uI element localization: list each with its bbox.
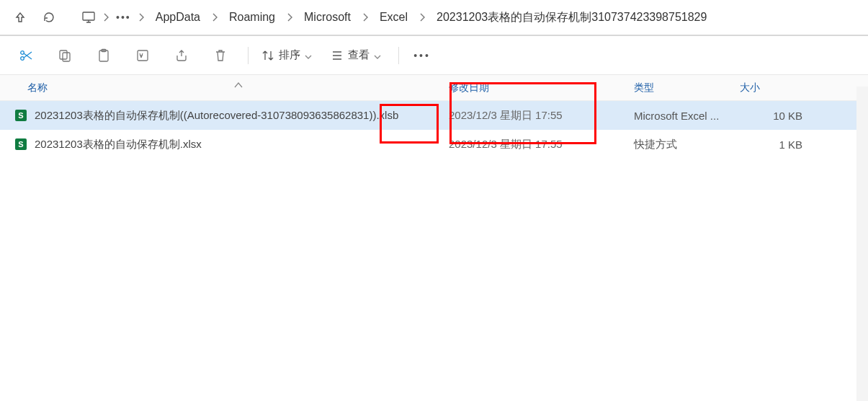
paste-button[interactable] <box>86 41 121 70</box>
sort-dropdown[interactable]: 排序 <box>254 41 323 70</box>
nav-refresh-button[interactable] <box>35 3 63 32</box>
breadcrumb-item[interactable]: 20231203表格的自动保存机制310737423398751829 <box>432 7 711 28</box>
cell-name: S20231203表格的自动保存机制.xlsx <box>0 138 436 151</box>
col-header-size[interactable]: 大小 <box>737 81 820 94</box>
rename-icon <box>135 48 150 63</box>
svg-rect-4 <box>63 53 70 61</box>
svg-rect-0 <box>83 12 94 20</box>
chevron-right-icon[interactable] <box>96 13 116 22</box>
copy-button[interactable] <box>48 41 82 70</box>
separator <box>398 47 399 64</box>
sort-icon <box>261 49 274 62</box>
rename-button[interactable] <box>125 41 160 70</box>
cell-size: 1 KB <box>737 138 820 151</box>
scrollbar[interactable] <box>856 87 868 401</box>
ellipsis-icon[interactable]: ••• <box>116 12 131 23</box>
cell-name: S20231203表格的自动保存机制((Autorecovered-310738… <box>0 109 436 123</box>
breadcrumb-item[interactable]: Roaming <box>225 8 279 27</box>
chevron-right-icon[interactable] <box>205 13 225 22</box>
separator <box>248 47 249 64</box>
pc-icon[interactable] <box>81 10 96 25</box>
column-headers: 名称 修改日期 类型 大小 <box>0 75 868 101</box>
nav-up-button[interactable] <box>6 3 35 32</box>
cell-date: 2023/12/3 星期日 17:55 <box>436 138 630 151</box>
view-label: 查看 <box>348 48 370 62</box>
cell-type: 快捷方式 <box>630 138 737 151</box>
chevron-right-icon[interactable] <box>279 13 300 22</box>
excel-file-icon: S <box>14 138 27 151</box>
chevron-right-icon[interactable] <box>355 13 375 22</box>
scissors-icon <box>19 48 33 63</box>
delete-button[interactable] <box>203 41 238 70</box>
svg-rect-5 <box>99 50 108 61</box>
cell-type: Microsoft Excel ... <box>630 110 737 122</box>
chevron-down-icon <box>305 49 316 61</box>
share-icon <box>174 48 189 63</box>
breadcrumb-item[interactable]: Excel <box>375 8 412 27</box>
svg-text:S: S <box>18 111 23 120</box>
breadcrumb-item[interactable]: Microsoft <box>300 8 355 27</box>
clipboard-icon <box>97 48 111 63</box>
chevron-right-icon[interactable] <box>131 13 151 22</box>
svg-rect-3 <box>60 50 67 59</box>
copy-icon <box>58 48 72 63</box>
cell-date: 2023/12/3 星期日 17:55 <box>436 109 630 123</box>
arrow-up-icon <box>14 12 26 23</box>
table-row[interactable]: S20231203表格的自动保存机制.xlsx2023/12/3 星期日 17:… <box>0 130 868 159</box>
toolbar: 排序 查看 ••• <box>0 36 868 75</box>
col-header-date[interactable]: 修改日期 <box>436 81 630 94</box>
file-name: 20231203表格的自动保存机制((Autorecovered-3107380… <box>35 109 398 123</box>
view-dropdown[interactable]: 查看 <box>323 41 393 70</box>
cell-size: 10 KB <box>737 110 820 122</box>
trash-icon <box>213 48 228 63</box>
list-icon <box>331 49 344 62</box>
share-button[interactable] <box>164 41 199 70</box>
cut-button[interactable] <box>9 41 43 70</box>
file-name: 20231203表格的自动保存机制.xlsx <box>35 138 202 151</box>
col-header-name[interactable]: 名称 <box>0 81 436 94</box>
chevron-down-icon <box>374 49 385 61</box>
breadcrumb: ••• AppData Roaming Microsoft Excel 2023… <box>63 7 862 28</box>
svg-text:S: S <box>18 140 23 149</box>
more-button[interactable]: ••• <box>405 41 439 70</box>
table-row[interactable]: S20231203表格的自动保存机制((Autorecovered-310738… <box>0 101 868 130</box>
breadcrumb-item[interactable]: AppData <box>151 8 205 27</box>
nav-bar: ••• AppData Roaming Microsoft Excel 2023… <box>0 0 868 36</box>
svg-point-2 <box>21 50 24 54</box>
sort-asc-icon <box>234 79 243 90</box>
col-name-label: 名称 <box>27 81 48 94</box>
file-list: S20231203表格的自动保存机制((Autorecovered-310738… <box>0 101 868 159</box>
sort-label: 排序 <box>279 48 300 62</box>
chevron-right-icon[interactable] <box>412 13 432 22</box>
excel-file-icon: S <box>14 109 27 122</box>
svg-point-1 <box>21 56 24 60</box>
refresh-icon <box>42 11 55 24</box>
col-header-type[interactable]: 类型 <box>630 81 737 94</box>
